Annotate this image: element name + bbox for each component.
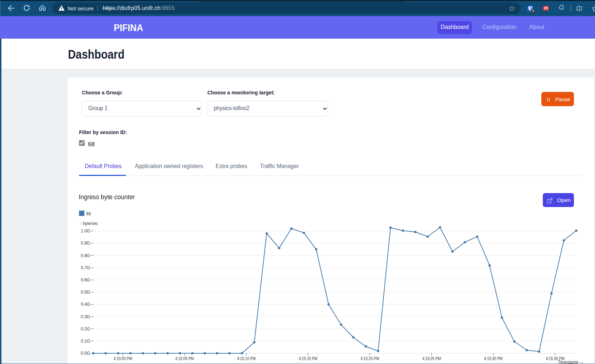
svg-text:4:15:15 PM: 4:15:15 PM (299, 356, 318, 361)
svg-text:4:15:05 PM: 4:15:05 PM (175, 356, 194, 361)
svg-text:4:15:25 PM: 4:15:25 PM (422, 356, 441, 361)
svg-text:4:15:10 PM: 4:15:10 PM (237, 356, 256, 361)
svg-text:0.4G: 0.4G (81, 302, 90, 307)
svg-text:0.9G: 0.9G (81, 241, 90, 246)
svg-text:0.1G: 0.1G (81, 339, 90, 344)
svg-text:4:15:20 PM: 4:15:20 PM (360, 356, 379, 361)
svg-text:0.5G: 0.5G (81, 290, 90, 295)
svg-text:4:15:30 PM: 4:15:30 PM (484, 356, 503, 361)
svg-text:0.6G: 0.6G (81, 277, 90, 282)
svg-text:0.2G: 0.2G (81, 326, 90, 331)
svg-text:0.3G: 0.3G (81, 314, 90, 319)
svg-text:0.0G: 0.0G (81, 351, 90, 356)
svg-text:1.0G: 1.0G (81, 228, 90, 233)
svg-text:2: 2 (532, 10, 534, 13)
svg-text:4:15:00 PM: 4:15:00 PM (114, 356, 132, 361)
svg-text:0.8G: 0.8G (81, 253, 90, 258)
svg-text:0.7G: 0.7G (81, 265, 90, 270)
